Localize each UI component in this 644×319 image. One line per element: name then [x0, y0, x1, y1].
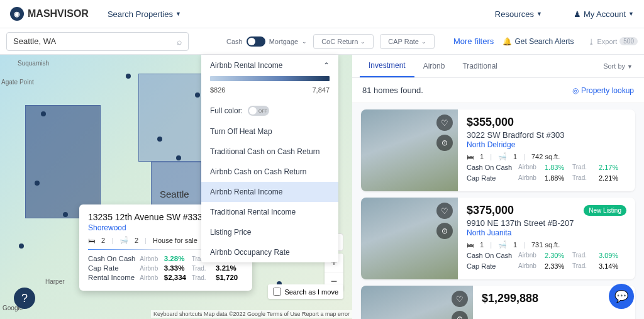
cash-mortgage-toggle[interactable]: Cash Mortgage ⌄ [226, 36, 307, 47]
coc-return-filter[interactable]: CoC Return ⌄ [313, 34, 374, 49]
bath-icon: 🛁 [498, 152, 507, 160]
export-button[interactable]: ⭳Export 500 [588, 37, 638, 45]
chevron-down-icon: ▼ [536, 11, 542, 17]
heatmap-option[interactable]: Traditional Cash on Cash Return [201, 142, 338, 162]
nav-my-account[interactable]: ♟ My Account ▼ [574, 9, 634, 19]
favorite-button[interactable]: ♡ [436, 115, 453, 131]
chevron-down-icon: ▼ [628, 11, 634, 17]
map-attribution: Keyboard shortcuts Map data ©2022 Google… [151, 310, 352, 318]
nav-resources[interactable]: Resources ▼ [495, 9, 542, 19]
listing-card[interactable]: ♡⊙ $375,000New Listing 9910 NE 137th Str… [361, 198, 635, 279]
cap-rate-filter[interactable]: CAP Rate ⌄ [380, 34, 435, 49]
listing-image[interactable]: ♡⊙ [361, 286, 473, 319]
chevron-up-icon[interactable]: ⌃ [323, 61, 330, 70]
locate-button[interactable]: ⊙ [452, 311, 468, 319]
heatmap-option[interactable]: Traditional Rental Income [201, 202, 338, 222]
off-toggle[interactable]: OFF [248, 106, 269, 116]
tab-airbnb[interactable]: Airbnb [414, 55, 454, 77]
bell-icon: 🔔 [502, 37, 512, 46]
nav-search-properties[interactable]: Search Properties ▼ [108, 9, 181, 19]
chevron-down-icon: ▼ [175, 11, 181, 17]
results-count: 81 homes found. [362, 86, 423, 95]
bed-icon: 🛏 [467, 241, 474, 249]
bath-icon: 🛁 [119, 236, 128, 244]
more-filters-link[interactable]: More filters [453, 36, 494, 46]
range-slider[interactable] [210, 76, 330, 81]
listing-neighborhood[interactable]: North Delridge [467, 140, 626, 149]
location-search[interactable]: ⌕ [6, 32, 189, 51]
listing-image[interactable]: ♡⊙ [361, 109, 458, 191]
bed-icon: 🛏 [88, 237, 95, 244]
target-icon: ◎ [572, 86, 579, 95]
heatmap-option[interactable]: Airbnb Occupancy Rate [201, 242, 338, 262]
tab-investment[interactable]: Investment [360, 55, 414, 77]
search-as-move-toggle[interactable]: Search as I move [268, 284, 343, 299]
heatmap-dropdown: Airbnb Rental Income⌃ $8267,847 Full col… [201, 55, 338, 262]
logo-icon: ◉ [10, 7, 24, 21]
search-input[interactable] [13, 36, 177, 46]
search-as-move-checkbox[interactable] [273, 288, 281, 296]
toggle-pill[interactable] [247, 36, 265, 47]
heatmap-option[interactable]: Turn Off Heat Map [201, 121, 338, 142]
logo[interactable]: ◉ MASHVISOR [10, 7, 89, 21]
property-lookup-link[interactable]: ◎Property lookup [572, 86, 634, 95]
chat-button[interactable]: 💬 [609, 284, 634, 309]
brand-text: MASHVISOR [28, 8, 89, 20]
search-alerts-link[interactable]: 🔔Get Search Alerts [502, 37, 574, 46]
listing-image[interactable]: ♡⊙ [361, 198, 458, 279]
user-icon: ♟ [574, 9, 581, 19]
listing-address: 3022 SW Bradford St #303 [467, 130, 626, 140]
search-icon[interactable]: ⌕ [177, 36, 182, 47]
bath-icon: 🛁 [498, 240, 507, 249]
chevron-down-icon: ⌄ [302, 38, 307, 45]
listings-panel: Investment Airbnb Traditional Sort by ▼ … [352, 55, 644, 319]
listing-price: $1,299,888 [482, 292, 538, 305]
heatmap-option[interactable]: Airbnb Rental Income [201, 182, 338, 202]
tab-traditional[interactable]: Traditional [453, 55, 506, 77]
map-city-label: Seattle [160, 189, 189, 199]
new-listing-badge: New Listing [584, 205, 626, 216]
locate-button[interactable]: ⊙ [436, 135, 453, 151]
listing-card[interactable]: ♡⊙ $1,299,888 [361, 286, 635, 319]
sort-by-dropdown[interactable]: Sort by ▼ [603, 62, 636, 70]
map[interactable]: Seattle Suquamish Agate Point Harper Goo… [0, 55, 352, 319]
listing-price: $355,000 [467, 116, 514, 129]
full-color-toggle-row[interactable]: Full color:OFF [201, 100, 338, 121]
listing-address: 9910 NE 137th Street #B-207 [467, 218, 626, 228]
locate-button[interactable]: ⊙ [436, 223, 453, 239]
dropdown-title: Airbnb Rental Income [210, 61, 282, 70]
heatmap-option[interactable]: Listing Price [201, 222, 338, 242]
heatmap-option[interactable]: Airbnb Cash on Cash Return [201, 162, 338, 182]
bed-icon: 🛏 [467, 153, 474, 160]
listing-price: $375,000 [467, 204, 514, 217]
favorite-button[interactable]: ♡ [436, 203, 453, 219]
favorite-button[interactable]: ♡ [452, 291, 468, 307]
download-icon: ⭳ [588, 38, 595, 45]
listing-card[interactable]: ♡⊙ $355,000 3022 SW Bradford St #303 Nor… [361, 109, 635, 191]
help-button[interactable]: ? [14, 288, 35, 309]
listing-neighborhood[interactable]: North Juanita [467, 228, 626, 237]
